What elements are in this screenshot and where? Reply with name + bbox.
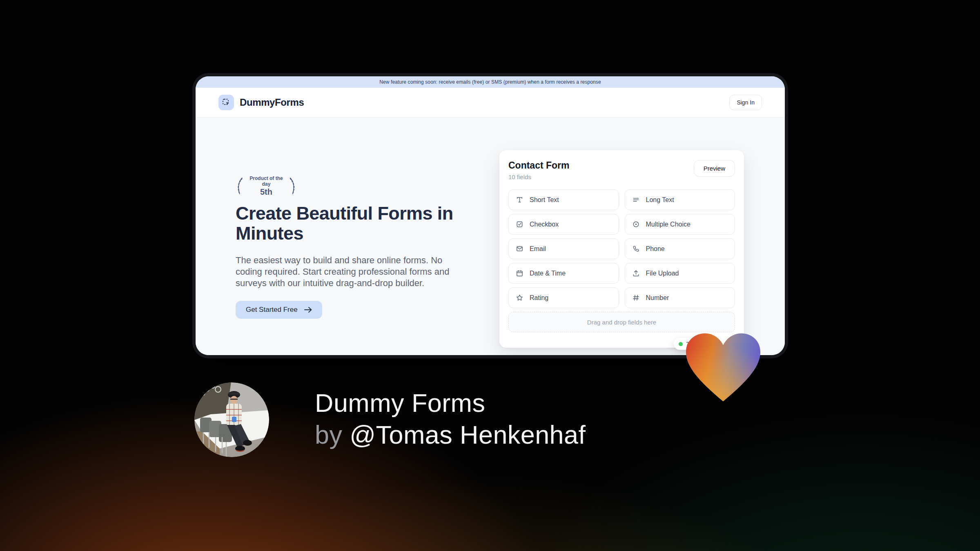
field-long-text[interactable]: Long Text	[625, 189, 735, 210]
announcement-text: New feature coming soon: receive emails …	[379, 79, 601, 85]
hash-icon	[632, 294, 640, 302]
field-multiple-choice[interactable]: Multiple Choice	[625, 214, 735, 235]
dummyforms-logo-icon	[218, 95, 234, 110]
drag-drop-text: Drag and drop fields here	[587, 319, 656, 326]
brand-name: DummyForms	[240, 97, 304, 108]
announcement-banner: New feature coming soon: receive emails …	[196, 76, 785, 88]
field-file-upload[interactable]: File Upload	[625, 263, 735, 284]
product-of-the-day-badge: Product of the day 5th	[236, 176, 297, 197]
credit-text: Dummy Forms by @Tomas Henkenhaf	[315, 387, 586, 451]
hero-title: Create Beautiful Forms in Minutes	[236, 203, 470, 243]
hero-description: The easiest way to build and share onlin…	[236, 255, 469, 289]
credit-title: Dummy Forms	[315, 387, 586, 419]
get-started-button[interactable]: Get Started Free	[236, 301, 322, 319]
laurel-left-icon	[236, 176, 245, 197]
credit-handle: @Tomas Henkenhaf	[350, 420, 586, 449]
field-checkbox[interactable]: Checkbox	[508, 214, 619, 235]
short-text-icon	[516, 196, 523, 204]
credit-by: by	[315, 420, 342, 449]
field-email[interactable]: Email	[508, 238, 619, 259]
arrow-right-icon	[304, 307, 312, 313]
potd-label: Product of the day	[247, 176, 286, 187]
laurel-right-icon	[288, 176, 297, 197]
field-number[interactable]: Number	[625, 287, 735, 308]
form-field-count: 10 fields	[508, 173, 570, 180]
field-type-grid: Short Text Long Text Checkbox	[508, 189, 735, 308]
star-icon	[516, 294, 523, 302]
phone-icon	[632, 245, 640, 253]
site-header: DummyForms Sign In	[196, 88, 785, 118]
form-builder-card: Contact Form 10 fields Preview Short Tex…	[499, 150, 744, 348]
creator-avatar-photo	[194, 382, 269, 457]
upload-icon	[632, 269, 640, 277]
field-date-time[interactable]: Date & Time	[508, 263, 619, 284]
preview-button[interactable]: Preview	[694, 160, 735, 177]
sign-in-button[interactable]: Sign In	[729, 95, 762, 110]
calendar-icon	[516, 269, 523, 277]
hero-section: Product of the day 5th Create Bea	[196, 118, 785, 355]
browser-window: New feature coming soon: receive emails …	[196, 76, 785, 355]
multiple-choice-icon	[632, 220, 640, 228]
long-text-icon	[632, 196, 640, 204]
field-short-text[interactable]: Short Text	[508, 189, 619, 210]
gradient-heart-icon	[683, 329, 764, 406]
status-dot-icon	[679, 342, 683, 346]
brand[interactable]: DummyForms	[218, 95, 304, 110]
checkbox-icon	[516, 220, 523, 228]
form-title: Contact Form	[508, 160, 570, 171]
potd-rank: 5th	[247, 187, 286, 197]
field-rating[interactable]: Rating	[508, 287, 619, 308]
field-phone[interactable]: Phone	[625, 238, 735, 259]
email-icon	[516, 245, 523, 253]
get-started-label: Get Started Free	[246, 306, 298, 314]
